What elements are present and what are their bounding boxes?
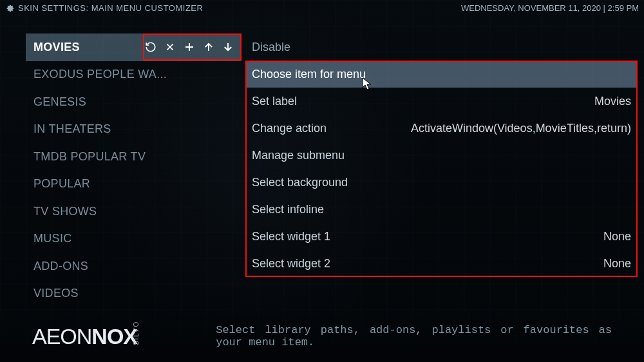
option-label: Change action — [252, 122, 411, 135]
skin-logo: AEON NOX SiLVO — [32, 324, 164, 349]
option-change-action[interactable]: Change actionActivateWindow(Videos,Movie… — [245, 115, 638, 142]
option-value: None — [603, 257, 631, 271]
sidebar-item-in-theaters[interactable]: IN THEATERS — [26, 116, 242, 144]
option-label: Select background — [252, 176, 631, 189]
sidebar-item-label: ADD-ONS — [33, 260, 234, 273]
option-select-background[interactable]: Select background — [245, 169, 638, 196]
option-value: None — [603, 230, 631, 243]
option-label: Manage submenu — [252, 149, 631, 162]
option-label: Select widget 1 — [252, 230, 603, 243]
sidebar-item-label: EXODUS PEOPLE WA... — [33, 68, 234, 81]
sidebar-item-label: MUSIC — [33, 232, 234, 245]
remove-icon[interactable] — [164, 41, 176, 53]
sidebar-item-label: MOVIES — [33, 41, 140, 54]
option-select-infoline[interactable]: Select infoline — [245, 196, 638, 223]
sidebar-item-movies[interactable]: MOVIES — [26, 33, 242, 61]
logo-text-aeon: AEON — [32, 324, 91, 349]
header-title: SKIN SETTINGS: MAIN MENU CUSTOMIZER — [18, 3, 203, 13]
sidebar-item-label: POPULAR — [33, 177, 234, 191]
option-value: ActivateWindow(Videos,MovieTitles,return… — [411, 122, 631, 135]
option-label: Choose item for menu — [252, 68, 631, 81]
footer-bar: AEON NOX SiLVO Select library paths, add… — [0, 310, 644, 362]
option-label: Select widget 2 — [252, 257, 603, 271]
add-icon[interactable] — [184, 41, 195, 53]
settings-gear-icon — [5, 3, 14, 12]
sidebar-item-music[interactable]: MUSIC — [26, 225, 242, 253]
disable-toggle[interactable]: Disable — [245, 33, 638, 61]
disable-label: Disable — [252, 41, 631, 54]
sidebar-item-exodus-people-wa[interactable]: EXODUS PEOPLE WA... — [26, 61, 242, 89]
option-set-label[interactable]: Set labelMovies — [245, 88, 638, 115]
sidebar-item-label: TV SHOWS — [33, 205, 234, 218]
sidebar-item-label: GENESIS — [33, 95, 234, 109]
option-label: Set label — [252, 95, 594, 108]
header-datetime: WEDNESDAY, NOVEMBER 11, 2020 | 2:59 PM — [461, 3, 639, 13]
reset-icon[interactable] — [145, 41, 156, 53]
menu-item-options: Disable Choose item for menuSet labelMov… — [245, 33, 638, 277]
option-choose-item-for-menu[interactable]: Choose item for menu — [245, 61, 638, 88]
sidebar-item-label: TMDB POPULAR TV — [33, 150, 234, 164]
option-manage-submenu[interactable]: Manage submenu — [245, 142, 638, 169]
logo-subtext: SiLVO — [133, 320, 140, 345]
sidebar-item-genesis[interactable]: GENESIS — [26, 88, 242, 116]
move-down-icon[interactable] — [222, 41, 234, 53]
main-menu-list: MOVIESEXODUS PEOPLE WA...GENESISIN THEAT… — [26, 33, 242, 307]
hint-text: Select library paths, add-ons, playlists… — [216, 324, 612, 348]
sidebar-item-popular[interactable]: POPULAR — [26, 171, 242, 198]
sidebar-item-add-ons[interactable]: ADD-ONS — [26, 252, 242, 280]
sidebar-item-videos[interactable]: VIDEOS — [26, 280, 242, 308]
sidebar-item-tmdb-popular-tv[interactable]: TMDB POPULAR TV — [26, 143, 242, 171]
option-label: Select infoline — [252, 203, 631, 216]
logo-text-nox: NOX — [91, 324, 137, 349]
move-up-icon[interactable] — [203, 41, 214, 53]
header-bar: SKIN SETTINGS: MAIN MENU CUSTOMIZER WEDN… — [0, 0, 644, 15]
sidebar-item-tv-shows[interactable]: TV SHOWS — [26, 198, 242, 225]
option-value: Movies — [594, 95, 631, 108]
sidebar-item-label: IN THEATERS — [33, 122, 234, 136]
option-select-widget-2[interactable]: Select widget 2None — [245, 250, 638, 277]
sidebar-item-label: VIDEOS — [33, 287, 234, 300]
option-select-widget-1[interactable]: Select widget 1None — [245, 223, 638, 250]
